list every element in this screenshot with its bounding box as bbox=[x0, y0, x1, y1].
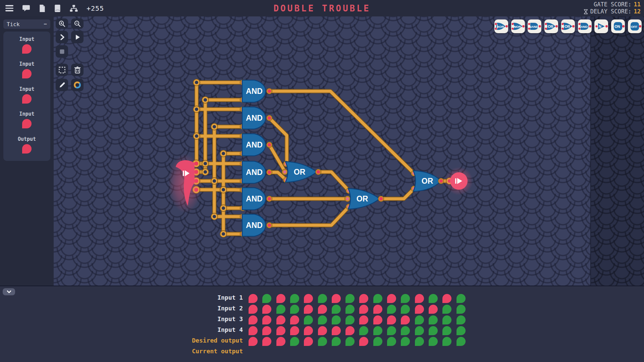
gate-score-label: GATE SCORE: bbox=[594, 1, 632, 8]
select-button[interactable] bbox=[56, 64, 68, 76]
collapse-button[interactable]: − bbox=[44, 21, 47, 27]
palette-off-button[interactable]: OFF bbox=[628, 19, 642, 33]
svg-text:OR: OR bbox=[565, 24, 570, 28]
tick-counter: +255 bbox=[87, 4, 104, 12]
signal-off-dot bbox=[249, 294, 258, 303]
component-item-output[interactable]: Output bbox=[18, 136, 36, 161]
collapse-table-button[interactable] bbox=[3, 288, 15, 295]
component-label: Input bbox=[19, 36, 34, 42]
signal-on-dot bbox=[373, 294, 382, 303]
or-gate-icon: OR bbox=[544, 19, 558, 33]
palette-or-button[interactable]: OR bbox=[544, 19, 558, 33]
zoom-in-button[interactable] bbox=[56, 18, 68, 29]
signal-on-dot bbox=[387, 305, 396, 314]
nor-gate-icon: NOR bbox=[511, 19, 525, 33]
signal-on-dot bbox=[373, 326, 382, 335]
svg-text:OR: OR bbox=[548, 24, 553, 28]
signal-on-dot bbox=[415, 315, 424, 324]
on-gate-icon: ON bbox=[611, 19, 625, 33]
step-button[interactable] bbox=[56, 31, 68, 43]
svg-text:XOR: XOR bbox=[497, 25, 504, 28]
chevron-down-icon bbox=[7, 290, 11, 293]
component-item-input[interactable]: Input bbox=[19, 61, 34, 86]
palette-n-button[interactable]: N bbox=[594, 19, 608, 33]
level-title: DOUBLE TROUBLE bbox=[273, 3, 370, 13]
signal-off-dot bbox=[359, 305, 368, 314]
signal-on-dot bbox=[429, 315, 438, 324]
sidebar-title: Tick bbox=[7, 21, 20, 27]
play-button[interactable] bbox=[71, 31, 84, 43]
stop-button[interactable] bbox=[56, 45, 68, 58]
component-label: Input bbox=[19, 86, 34, 92]
zoom-out-button[interactable] bbox=[71, 18, 84, 29]
palette-and-button[interactable]: AND bbox=[578, 19, 592, 33]
signal-on-dot bbox=[332, 337, 341, 346]
signal-off-dot bbox=[318, 326, 327, 335]
signal-off-dot bbox=[249, 326, 258, 335]
hierarchy-icon[interactable] bbox=[70, 5, 78, 12]
step-icon bbox=[58, 34, 66, 41]
signal-blob-icon bbox=[22, 119, 32, 128]
component-list: InputInputInputInputOutput bbox=[3, 32, 50, 161]
signal-on-dot bbox=[262, 294, 271, 303]
signal-off-dot bbox=[401, 315, 410, 324]
palette-on-button[interactable]: ON bbox=[611, 19, 625, 33]
color-wheel-button[interactable] bbox=[71, 79, 84, 91]
component-label: Input bbox=[19, 61, 34, 67]
signal-off-dot bbox=[332, 326, 341, 335]
signal-on-dot bbox=[290, 305, 299, 314]
edit-icon bbox=[58, 81, 66, 89]
signal-on-dot bbox=[415, 337, 424, 346]
menu-icon[interactable] bbox=[5, 5, 13, 11]
signal-off-dot bbox=[429, 305, 438, 314]
palette-xor-button[interactable]: XOR bbox=[494, 19, 508, 33]
signal-on-dot bbox=[387, 337, 396, 346]
n-gate-icon: N bbox=[594, 19, 608, 33]
sidebar: Tick − InputInputInputInputOutput bbox=[0, 16, 54, 286]
signal-on-dot bbox=[373, 337, 382, 346]
component-item-input[interactable]: Input bbox=[19, 111, 34, 136]
book-icon[interactable] bbox=[54, 4, 61, 12]
zoom-out-icon bbox=[74, 20, 81, 27]
signal-on-dot bbox=[442, 305, 451, 314]
signal-off-dot bbox=[373, 305, 382, 314]
signal-off-dot bbox=[304, 337, 313, 346]
trash-icon bbox=[74, 66, 81, 74]
file-icon[interactable] bbox=[39, 4, 46, 12]
component-label: Input bbox=[19, 111, 34, 117]
signal-on-dot bbox=[401, 305, 410, 314]
edit-button[interactable] bbox=[56, 79, 68, 91]
zoom-in-icon bbox=[58, 20, 66, 27]
palette-nor-button[interactable]: NOR bbox=[511, 19, 525, 33]
palette-nand-button[interactable]: NAND bbox=[528, 19, 541, 33]
signal-on-dot bbox=[290, 294, 299, 303]
svg-text:AND: AND bbox=[581, 25, 588, 28]
svg-text:NAND: NAND bbox=[529, 25, 539, 28]
top-bar: +255 DOUBLE TROUBLE GATE SCORE:11 DELAY … bbox=[0, 0, 644, 16]
signal-off-dot bbox=[304, 294, 313, 303]
canvas-outside-area bbox=[590, 16, 644, 286]
component-item-input[interactable]: Input bbox=[19, 86, 34, 111]
component-item-input[interactable]: Input bbox=[19, 36, 34, 61]
table-row-label: Desired output bbox=[141, 337, 243, 344]
signal-blob-icon bbox=[22, 69, 32, 78]
signal-off-dot bbox=[249, 337, 258, 346]
score-panel: GATE SCORE:11 DELAY SCORE:12 bbox=[584, 1, 641, 15]
palette-or-button[interactable]: OR bbox=[561, 19, 575, 33]
signal-on-dot bbox=[457, 305, 466, 314]
circuit-canvas[interactable] bbox=[54, 16, 590, 286]
component-label: Output bbox=[18, 136, 36, 142]
and-gate-icon: AND bbox=[578, 19, 592, 33]
signal-on-dot bbox=[457, 326, 466, 335]
svg-text:ON: ON bbox=[614, 24, 620, 28]
signal-off-dot bbox=[345, 326, 355, 335]
signal-on-dot bbox=[332, 315, 341, 324]
signal-off-dot bbox=[387, 315, 396, 324]
chat-icon[interactable] bbox=[22, 5, 30, 12]
signal-on-dot bbox=[442, 326, 451, 335]
trash-button[interactable] bbox=[71, 64, 84, 76]
signal-on-dot bbox=[318, 337, 327, 346]
hourglass-icon bbox=[584, 9, 588, 14]
signal-off-dot bbox=[276, 326, 285, 335]
signal-on-dot bbox=[442, 315, 451, 324]
